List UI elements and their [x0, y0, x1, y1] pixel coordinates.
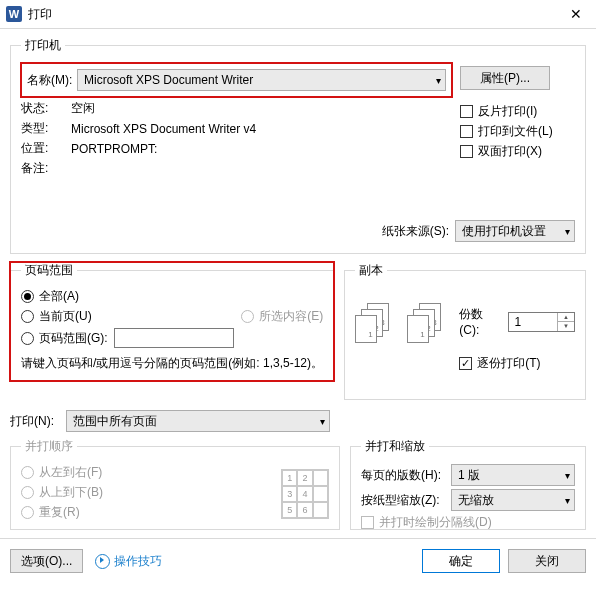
print-order-group: 并打顺序 从左到右(F) 从上到下(B) 重复(R) 123456 — [10, 438, 340, 530]
radio-tb — [21, 486, 34, 499]
print-what-value: 范围中所有页面 — [73, 413, 157, 430]
copies-count-label: 份数(C): — [459, 306, 501, 337]
per-sheet-select[interactable]: 1 版 — [451, 464, 575, 486]
properties-button[interactable]: 属性(P)... — [460, 66, 550, 90]
scale-select[interactable]: 无缩放 — [451, 489, 575, 511]
per-sheet-value: 1 版 — [458, 467, 480, 484]
print-what-select[interactable]: 范围中所有页面 — [66, 410, 330, 432]
print-what-label: 打印(N): — [10, 413, 66, 430]
radio-pages-label: 页码范围(G): — [39, 330, 108, 347]
type-label: 类型: — [21, 120, 71, 137]
app-icon: W — [6, 6, 22, 22]
spin-down-icon[interactable]: ▼ — [558, 322, 574, 331]
printer-name-value: Microsoft XPS Document Writer — [84, 73, 253, 87]
paper-source-value: 使用打印机设置 — [462, 223, 546, 240]
options-button[interactable]: 选项(O)... — [10, 549, 83, 573]
draw-lines-label: 并打时绘制分隔线(D) — [379, 514, 492, 531]
scale-label: 按纸型缩放(Z): — [361, 492, 451, 509]
copies-title: 副本 — [355, 262, 387, 279]
radio-all[interactable] — [21, 290, 34, 303]
window-title: 打印 — [28, 6, 556, 23]
status-label: 状态: — [21, 100, 71, 117]
paper-source-label: 纸张来源(S): — [382, 223, 449, 240]
radio-lr — [21, 466, 34, 479]
collate-icon-1: 3 2 1 — [355, 303, 395, 343]
copies-count-value: 1 — [515, 315, 522, 329]
page-range-title: 页码范围 — [21, 262, 77, 279]
radio-current[interactable] — [21, 310, 34, 323]
ok-button[interactable]: 确定 — [422, 549, 500, 573]
tips-link[interactable]: 操作技巧 — [95, 553, 162, 570]
play-icon — [95, 554, 110, 569]
printer-name-select[interactable]: Microsoft XPS Document Writer — [77, 69, 446, 91]
copies-group: 副本 3 2 1 3 2 1 份数(C): — [344, 262, 586, 400]
printer-group-title: 打印机 — [21, 37, 65, 54]
duplex-label: 双面打印(X) — [478, 143, 542, 160]
radio-repeat-label: 重复(R) — [39, 504, 80, 521]
where-label: 位置: — [21, 140, 71, 157]
radio-pages[interactable] — [21, 332, 34, 345]
spin-up-icon[interactable]: ▲ — [558, 313, 574, 323]
scale-group: 并打和缩放 每页的版数(H): 1 版 按纸型缩放(Z): 无缩放 并打时绘制分… — [350, 438, 586, 530]
close-button[interactable]: 关闭 — [508, 549, 586, 573]
paper-source-select[interactable]: 使用打印机设置 — [455, 220, 575, 242]
reverse-print-checkbox[interactable] — [460, 105, 473, 118]
print-to-file-checkbox[interactable] — [460, 125, 473, 138]
radio-selection — [241, 310, 254, 323]
printer-name-label: 名称(M): — [27, 72, 77, 89]
scale-value: 无缩放 — [458, 492, 494, 509]
copies-spinner[interactable]: 1 ▲▼ — [508, 312, 576, 332]
type-value: Microsoft XPS Document Writer v4 — [71, 122, 256, 136]
status-value: 空闲 — [71, 100, 95, 117]
reverse-print-label: 反片打印(I) — [478, 103, 537, 120]
radio-repeat — [21, 506, 34, 519]
duplex-checkbox[interactable] — [460, 145, 473, 158]
comment-label: 备注: — [21, 160, 71, 177]
scale-title: 并打和缩放 — [361, 438, 429, 455]
where-value: PORTPROMPT: — [71, 142, 157, 156]
close-icon[interactable]: ✕ — [556, 0, 596, 28]
per-sheet-label: 每页的版数(H): — [361, 467, 451, 484]
tips-label: 操作技巧 — [114, 553, 162, 570]
radio-selection-label: 所选内容(E) — [259, 308, 323, 325]
radio-current-label: 当前页(U) — [39, 308, 92, 325]
collate-label: 逐份打印(T) — [477, 355, 540, 372]
printer-group: 打印机 名称(M): Microsoft XPS Document Writer… — [10, 37, 586, 254]
page-range-hint: 请键入页码和/或用逗号分隔的页码范围(例如: 1,3,5-12)。 — [21, 354, 323, 372]
draw-lines-checkbox — [361, 516, 374, 529]
print-order-title: 并打顺序 — [21, 438, 77, 455]
radio-all-label: 全部(A) — [39, 288, 79, 305]
collate-checkbox[interactable] — [459, 357, 472, 370]
radio-tb-label: 从上到下(B) — [39, 484, 103, 501]
order-preview-icon: 123456 — [281, 469, 329, 519]
page-range-group: 页码范围 全部(A) 当前页(U) 所选内容(E) 页码范围(G): 请键入页码… — [10, 262, 334, 381]
radio-lr-label: 从左到右(F) — [39, 464, 102, 481]
print-to-file-label: 打印到文件(L) — [478, 123, 553, 140]
collate-icon-2: 3 2 1 — [407, 303, 447, 343]
pages-input[interactable] — [114, 328, 234, 348]
